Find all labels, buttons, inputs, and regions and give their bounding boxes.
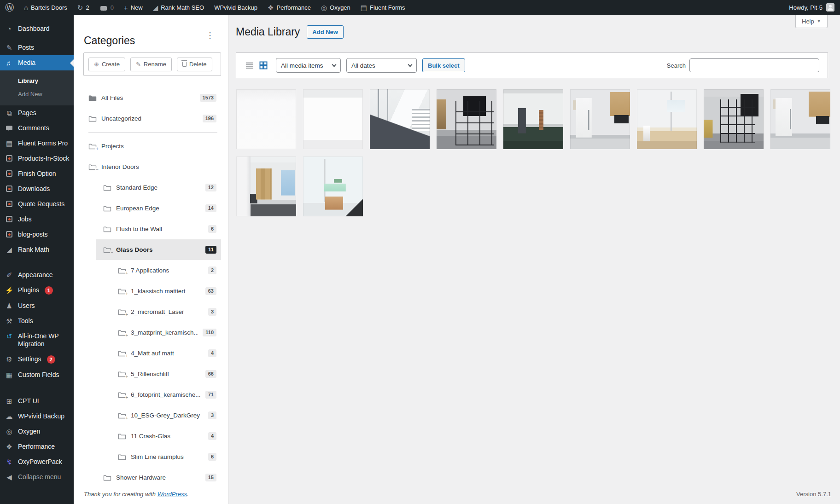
sidebar-item-quote-requests[interactable]: Quote Requests bbox=[0, 197, 74, 212]
media-item-blank-light[interactable] bbox=[236, 89, 296, 149]
sidebar-item-fluent-forms-pro[interactable]: ▤ Fluent Forms Pro bbox=[0, 136, 74, 151]
media-item-mint-glass-door[interactable] bbox=[303, 156, 363, 216]
date-filter[interactable]: All dates bbox=[346, 58, 417, 73]
oxygen[interactable]: ◎ Oxygen bbox=[316, 0, 356, 15]
add-new-button[interactable]: Add New bbox=[307, 25, 344, 39]
category-tree: All Files 1573 Uncategorized 196 + Proje… bbox=[82, 87, 221, 488]
folder-icon bbox=[103, 226, 111, 232]
comments-count[interactable]: 0 bbox=[94, 0, 119, 15]
category-6-fotoprint-keramische[interactable]: + 6_fotoprint_keramische... 71 bbox=[82, 384, 221, 405]
collapse-menu-button[interactable]: ◀ Collapse menu bbox=[0, 469, 74, 485]
category-shower-hardware[interactable]: Shower Hardware 15 bbox=[82, 467, 221, 488]
rank-math-seo[interactable]: ◢ Rank Math SEO bbox=[148, 0, 209, 15]
sidebar-item-comments[interactable]: Comments bbox=[0, 121, 74, 136]
sidebar-item-custom-fields[interactable]: ▦ Custom Fields bbox=[0, 367, 74, 382]
category-2-micromatt-laser[interactable]: + 2_micromatt_Laser 3 bbox=[82, 301, 221, 322]
category-all-files[interactable]: All Files 1573 bbox=[82, 87, 221, 108]
media-item-staircase-glass-door[interactable] bbox=[370, 89, 430, 149]
category-uncategorized[interactable]: Uncategorized 196 bbox=[82, 108, 221, 129]
new-menu[interactable]: + New bbox=[119, 0, 148, 15]
list-view-icon[interactable] bbox=[245, 60, 255, 70]
sidebar-item-cpt-ui[interactable]: ⊞ CPT UI bbox=[0, 394, 74, 409]
performance[interactable]: ❖ Performance bbox=[262, 0, 316, 15]
category-projects[interactable]: + Projects bbox=[82, 136, 221, 156]
sidebar-item-oxygen[interactable]: ◎ Oxygen bbox=[0, 424, 74, 439]
submenu-add-new[interactable]: Add New bbox=[0, 87, 74, 101]
media-item-office-glass-wall[interactable] bbox=[236, 156, 296, 216]
category-5-rillenschliff[interactable]: + 5_Rillenschliff 66 bbox=[82, 364, 221, 384]
media-type-filter[interactable]: All media items bbox=[276, 58, 341, 73]
category-count-badge: 6 bbox=[208, 453, 216, 461]
collapse-icon: ◀ bbox=[5, 473, 13, 481]
sidebar-item-blog-posts[interactable]: blog-posts bbox=[0, 227, 74, 242]
media-item-white-door-wood-cabinet-2[interactable] bbox=[770, 89, 830, 149]
category-3-mattprint-keramisch[interactable]: + 3_mattprint_keramisch... 110 bbox=[82, 322, 221, 343]
sidebar-item-plugins[interactable]: ⚡ Plugins 1 bbox=[0, 283, 74, 298]
wordpress-logo[interactable]: Ⓦ bbox=[0, 0, 19, 15]
category-7-applications[interactable]: + 7 Applications 2 bbox=[82, 260, 221, 281]
sidebar-item-tools[interactable]: ⚒ Tools bbox=[0, 313, 74, 329]
grid-view-icon[interactable] bbox=[258, 60, 268, 70]
media-item-bright-loft-glass-door[interactable] bbox=[637, 89, 697, 149]
sidebar-item-rank-math[interactable]: ◢ Rank Math bbox=[0, 242, 74, 257]
account-menu[interactable]: Howdy, Pit-5 bbox=[789, 0, 840, 15]
sidebar-item-users[interactable]: ♟ Users bbox=[0, 298, 74, 313]
sidebar-item-finish-option[interactable]: Finish Option bbox=[0, 166, 74, 181]
category-4-matt-auf-matt[interactable]: + 4_Matt auf matt 4 bbox=[82, 343, 221, 364]
delete-category-button[interactable]: Delete bbox=[177, 58, 212, 71]
wordpress-link[interactable]: WordPress bbox=[158, 491, 187, 498]
category-11-crash-glas[interactable]: 11 Crash-Glas 4 bbox=[82, 426, 221, 446]
fluent-forms[interactable]: ▤ Fluent Forms bbox=[356, 0, 410, 15]
rename-category-button[interactable]: ✎ Rename bbox=[130, 58, 172, 71]
sidebar-item-jobs[interactable]: Jobs bbox=[0, 212, 74, 227]
site-name[interactable]: ⌂ Bartels Doors bbox=[19, 0, 72, 15]
media-item-sliding-glass-grid[interactable] bbox=[704, 89, 764, 149]
sidebar-item-appearance[interactable]: ✐ Appearance bbox=[0, 267, 74, 283]
sidebar-item-dashboard[interactable]: ◔ Dashboard bbox=[0, 21, 74, 36]
search-input[interactable] bbox=[689, 58, 819, 72]
category-label: Glass Doors bbox=[116, 246, 153, 253]
category-1-klassisch-mattiert[interactable]: + 1_klassisch mattiert 63 bbox=[82, 281, 221, 301]
menu-icon: ♟ bbox=[5, 302, 13, 310]
category-glass-doors[interactable]: − Glass Doors 11 bbox=[82, 239, 221, 260]
bulk-select-button[interactable]: Bulk select bbox=[422, 58, 465, 72]
category-10-esg-grey-darkgrey[interactable]: + 10_ESG-Grey_DarkGrey 3 bbox=[82, 405, 221, 426]
media-grid bbox=[236, 89, 833, 216]
sidebar-item-pages[interactable]: ⧉ Pages bbox=[0, 105, 74, 121]
media-item-black-frame-partition[interactable] bbox=[437, 89, 496, 149]
sidebar-item-all-in-one-wp-migration[interactable]: ↺ All-in-One WP Migration bbox=[0, 329, 74, 352]
folder-icon bbox=[103, 184, 111, 191]
sidebar-item-label: Users bbox=[18, 302, 35, 310]
category-count-badge: 71 bbox=[205, 391, 216, 399]
media-item-office-green-carpet[interactable] bbox=[503, 89, 563, 149]
category-flush-to-the-wall[interactable]: Flush to the Wall 6 bbox=[82, 219, 221, 239]
category-slim-line-raumplus[interactable]: Slim Line raumplus 6 bbox=[82, 446, 221, 467]
folder-expand-mark: + bbox=[125, 333, 128, 338]
create-category-button[interactable]: ⊕ Create bbox=[88, 58, 125, 71]
wpvivid-backup[interactable]: WPvivid Backup bbox=[209, 0, 262, 15]
category-standard-edge[interactable]: Standard Edge 12 bbox=[82, 177, 221, 198]
category-european-edge[interactable]: European Edge 14 bbox=[82, 198, 221, 219]
adminbar-icon: ⌂ bbox=[24, 4, 28, 11]
category-interior-doors[interactable]: − Interior Doors bbox=[82, 156, 221, 177]
sidebar-item-posts[interactable]: ✎ Posts bbox=[0, 40, 74, 55]
kebab-menu-icon[interactable]: ⋮ bbox=[206, 31, 214, 40]
sidebar-item-products-in-stock[interactable]: Products-In-Stock bbox=[0, 151, 74, 166]
media-item-blank-frame[interactable] bbox=[303, 89, 363, 149]
updates-count[interactable]: ↻ 2 bbox=[72, 0, 94, 15]
menu-icon: ♬ bbox=[5, 59, 13, 67]
help-button[interactable]: Help ▼ bbox=[795, 15, 828, 28]
sidebar-item-performance[interactable]: ❖ Performance bbox=[0, 439, 74, 454]
menu-icon: ❖ bbox=[5, 443, 13, 451]
media-item-white-door-wood-cabinet[interactable] bbox=[570, 89, 630, 149]
sidebar-item-media[interactable]: ♬ Media bbox=[0, 55, 74, 70]
category-label: Projects bbox=[101, 143, 124, 150]
category-label: Slim Line raumplus bbox=[131, 453, 184, 460]
sidebar-item-wpvivid-backup[interactable]: ☁ WPvivid Backup bbox=[0, 409, 74, 424]
sidebar-item-settings[interactable]: ⚙ Settings 2 bbox=[0, 352, 74, 367]
submenu-library[interactable]: Library bbox=[0, 74, 74, 87]
category-count-badge: 11 bbox=[205, 246, 216, 254]
sidebar-item-downloads[interactable]: Downloads bbox=[0, 181, 74, 197]
sidebar-item-oxypowerpack[interactable]: ↯ OxyPowerPack bbox=[0, 454, 74, 469]
sidebar-item-label: blog-posts bbox=[18, 231, 48, 238]
